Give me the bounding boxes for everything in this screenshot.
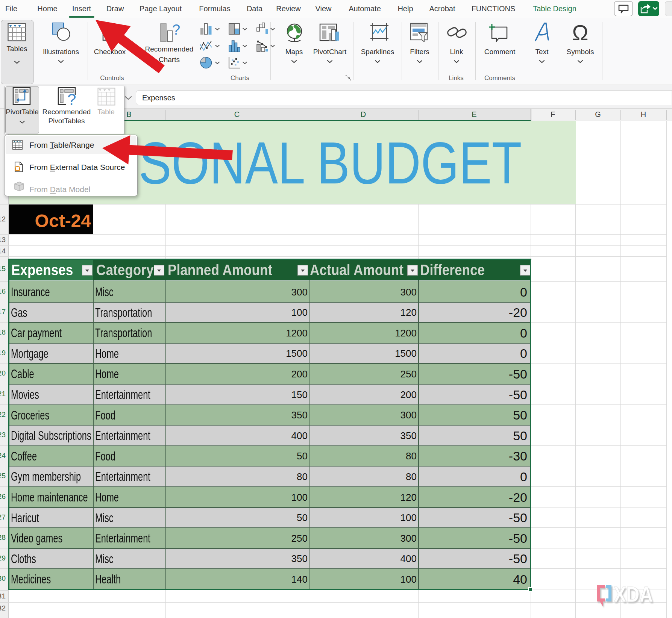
svg-text:XDA: XDA [614, 582, 653, 606]
